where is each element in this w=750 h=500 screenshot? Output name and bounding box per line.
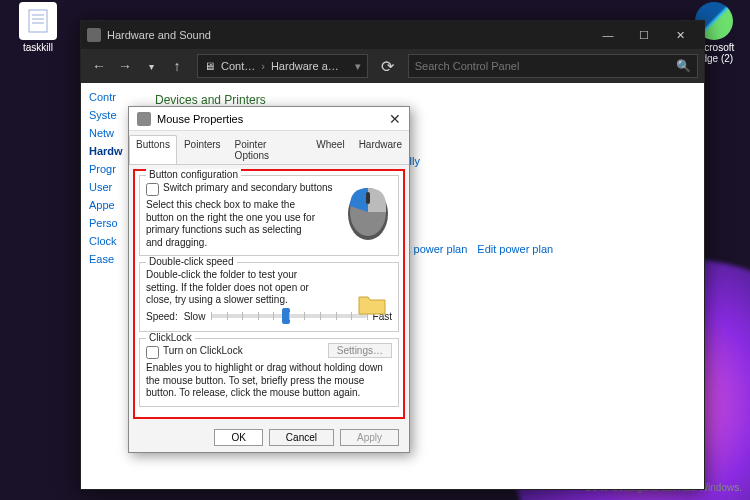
ok-button[interactable]: OK <box>214 429 262 446</box>
back-button[interactable]: ← <box>87 54 111 78</box>
category-link[interactable]: Contr <box>89 91 141 103</box>
buttons-tab-panel: Button configuration Switch primary and … <box>133 169 405 419</box>
control-panel-icon <box>87 28 101 42</box>
search-input[interactable] <box>415 60 672 72</box>
window-title: Hardware and Sound <box>107 29 211 41</box>
switch-buttons-desc: Select this check box to make the button… <box>146 199 316 249</box>
up-button[interactable]: ↑ <box>165 54 189 78</box>
speed-slider[interactable] <box>211 314 366 318</box>
desktop-icon-taskkill[interactable]: taskkill <box>8 2 68 53</box>
maximize-button[interactable]: ☐ <box>626 21 662 49</box>
test-folder-icon[interactable] <box>358 293 386 315</box>
speed-caption: Speed: <box>146 311 178 322</box>
desktop-icon-label: taskkill <box>23 42 53 53</box>
button-configuration-group: Button configuration Switch primary and … <box>139 175 399 256</box>
slow-label: Slow <box>184 311 206 322</box>
category-heading[interactable]: Devices and Printers <box>155 93 690 107</box>
svg-rect-0 <box>29 10 47 32</box>
minimize-button[interactable]: ― <box>590 21 626 49</box>
tab-wheel[interactable]: Wheel <box>309 135 351 164</box>
dialog-title: Mouse Properties <box>157 113 243 125</box>
double-click-speed-group: Double-click speed Double-click the fold… <box>139 262 399 332</box>
text-file-icon <box>19 2 57 40</box>
cancel-button[interactable]: Cancel <box>269 429 334 446</box>
switch-buttons-label: Switch primary and secondary buttons <box>163 182 333 193</box>
clicklock-checkbox[interactable] <box>146 346 159 359</box>
mouse-icon <box>137 112 151 126</box>
tab-strip: ButtonsPointersPointer OptionsWheelHardw… <box>129 131 409 165</box>
clicklock-settings-button: Settings… <box>328 343 392 358</box>
tab-hardware[interactable]: Hardware <box>352 135 409 164</box>
clicklock-desc: Enables you to highlight or drag without… <box>146 362 392 400</box>
apply-button[interactable]: Apply <box>340 429 399 446</box>
tab-buttons[interactable]: Buttons <box>129 135 177 164</box>
clicklock-group: ClickLock Settings… Turn on ClickLock En… <box>139 338 399 407</box>
mouse-illustration <box>344 182 392 242</box>
dblclick-desc: Double-click the folder to test your set… <box>146 269 321 307</box>
svg-rect-6 <box>366 192 370 204</box>
dialog-button-row: OK Cancel Apply <box>129 423 409 452</box>
control-panel-link[interactable]: Edit power plan <box>477 243 553 255</box>
forward-button[interactable]: → <box>113 54 137 78</box>
switch-buttons-checkbox[interactable] <box>146 183 159 196</box>
chevron-right-icon: › <box>261 60 265 72</box>
close-icon[interactable]: ✕ <box>389 111 401 127</box>
search-icon[interactable]: 🔍 <box>676 59 691 73</box>
clicklock-label: Turn on ClickLock <box>163 345 243 356</box>
window-titlebar[interactable]: Hardware and Sound ― ☐ ✕ <box>81 21 704 49</box>
dialog-titlebar[interactable]: Mouse Properties ✕ <box>129 107 409 131</box>
address-root-icon: 🖥 <box>204 60 215 72</box>
chevron-down-icon[interactable]: ▾ <box>355 60 361 73</box>
search-box[interactable]: 🔍 <box>408 54 698 78</box>
tab-pointers[interactable]: Pointers <box>177 135 228 164</box>
refresh-button[interactable]: ⟳ <box>376 57 400 76</box>
tab-pointer-options[interactable]: Pointer Options <box>228 135 310 164</box>
mouse-properties-dialog: Mouse Properties ✕ ButtonsPointersPointe… <box>128 106 410 453</box>
nav-toolbar: ← → ▾ ↑ 🖥 Cont… › Hardware a… ▾ ⟳ 🔍 <box>81 49 704 83</box>
recent-dropdown[interactable]: ▾ <box>139 54 163 78</box>
close-button[interactable]: ✕ <box>662 21 698 49</box>
address-bar[interactable]: 🖥 Cont… › Hardware a… ▾ <box>197 54 368 78</box>
